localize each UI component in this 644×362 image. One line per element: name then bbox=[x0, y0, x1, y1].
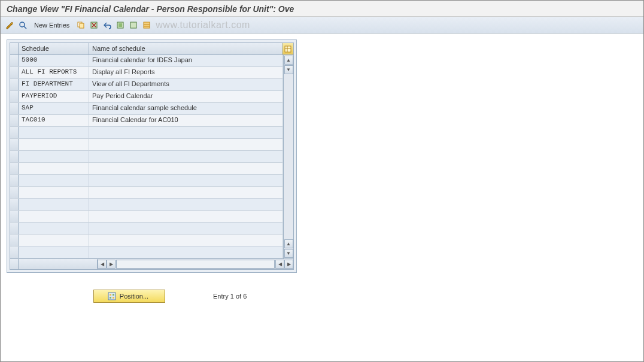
row-selector[interactable] bbox=[10, 91, 19, 102]
cell-name[interactable] bbox=[89, 139, 283, 150]
toggle-change-icon[interactable] bbox=[4, 20, 15, 31]
cell-schedule[interactable] bbox=[19, 139, 89, 150]
table-row: FI DEPARTMENTView of all FI Departments bbox=[10, 79, 283, 91]
table-row: 5000Financial calendar for IDES Japan bbox=[10, 55, 283, 67]
select-all-icon[interactable] bbox=[115, 20, 126, 31]
table-row bbox=[10, 127, 283, 139]
cell-name[interactable] bbox=[89, 223, 283, 234]
row-selector[interactable] bbox=[10, 163, 19, 174]
scroll-down-step-icon[interactable]: ▼ bbox=[284, 65, 293, 74]
scroll-left-icon[interactable]: ◀ bbox=[98, 260, 107, 269]
cell-schedule[interactable] bbox=[19, 223, 89, 234]
table-row bbox=[10, 199, 283, 211]
table-row bbox=[10, 247, 283, 258]
cell-schedule[interactable] bbox=[19, 199, 89, 210]
table-row: ALL FI REPORTSDisplay all FI Reports bbox=[10, 67, 283, 79]
cell-name[interactable]: Display all FI Reports bbox=[89, 67, 283, 78]
cell-schedule[interactable] bbox=[19, 235, 89, 246]
watermark-text: www.tutorialkart.com bbox=[156, 20, 250, 31]
cell-schedule[interactable] bbox=[19, 163, 89, 174]
cell-schedule[interactable] bbox=[19, 127, 89, 138]
cell-name[interactable] bbox=[89, 127, 283, 138]
column-config-icon[interactable] bbox=[282, 43, 293, 54]
table-row bbox=[10, 223, 283, 235]
undo-icon[interactable] bbox=[102, 20, 113, 31]
configure-icon[interactable] bbox=[141, 20, 152, 31]
svg-rect-8 bbox=[119, 23, 122, 27]
cell-schedule[interactable] bbox=[19, 211, 89, 222]
row-selector[interactable] bbox=[10, 67, 19, 78]
svg-rect-20 bbox=[113, 297, 114, 299]
application-toolbar: New Entries www.tutorialkart.com bbox=[1, 17, 643, 34]
row-selector[interactable] bbox=[10, 103, 19, 114]
cell-name[interactable] bbox=[89, 247, 283, 258]
row-selector[interactable] bbox=[10, 223, 19, 234]
details-icon[interactable] bbox=[17, 20, 28, 31]
row-selector[interactable] bbox=[10, 127, 19, 138]
scroll-left-step-icon[interactable]: ◀ bbox=[275, 260, 284, 269]
cell-name[interactable]: Financial calendar for IDES Japan bbox=[89, 55, 283, 66]
row-selector[interactable] bbox=[10, 55, 19, 66]
cell-name[interactable]: Financial calendar sample schedule bbox=[89, 103, 283, 114]
svg-point-0 bbox=[20, 22, 25, 27]
new-entries-button[interactable]: New Entries bbox=[31, 19, 73, 31]
scroll-down-icon[interactable]: ▼ bbox=[284, 249, 293, 258]
table-row bbox=[10, 175, 283, 187]
cell-name[interactable]: Pay Period Calendar bbox=[89, 91, 283, 102]
copy-icon[interactable] bbox=[75, 20, 86, 31]
cell-schedule[interactable]: 5000 bbox=[19, 55, 89, 66]
row-selector[interactable] bbox=[10, 151, 19, 162]
cell-name[interactable] bbox=[89, 235, 283, 246]
cell-name[interactable] bbox=[89, 151, 283, 162]
cell-name[interactable] bbox=[89, 199, 283, 210]
table-row: SAPFinancial calendar sample schedule bbox=[10, 103, 283, 115]
header-corner[interactable] bbox=[10, 43, 19, 54]
cell-schedule[interactable] bbox=[19, 151, 89, 162]
svg-rect-18 bbox=[113, 294, 114, 296]
row-selector[interactable] bbox=[10, 211, 19, 222]
cell-schedule[interactable]: PAYPERIOD bbox=[19, 91, 89, 102]
cell-schedule[interactable] bbox=[19, 187, 89, 198]
cell-name[interactable]: View of all FI Departments bbox=[89, 79, 283, 90]
scroll-right-icon[interactable]: ▶ bbox=[284, 260, 293, 269]
cell-name[interactable]: Financial Calendar for AC010 bbox=[89, 115, 283, 126]
svg-rect-17 bbox=[110, 294, 111, 296]
row-selector[interactable] bbox=[10, 79, 19, 90]
cell-schedule[interactable]: ALL FI REPORTS bbox=[19, 67, 89, 78]
cell-name[interactable] bbox=[89, 187, 283, 198]
cell-schedule[interactable]: TAC010 bbox=[19, 115, 89, 126]
svg-rect-16 bbox=[108, 293, 116, 300]
position-button-label: Position... bbox=[120, 293, 148, 300]
cell-name[interactable] bbox=[89, 163, 283, 174]
row-selector[interactable] bbox=[10, 235, 19, 246]
row-selector[interactable] bbox=[10, 175, 19, 186]
cell-schedule[interactable]: SAP bbox=[19, 103, 89, 114]
table-row bbox=[10, 163, 283, 175]
row-selector[interactable] bbox=[10, 199, 19, 210]
position-button[interactable]: Position... bbox=[93, 290, 165, 303]
scroll-up-step-icon[interactable]: ▲ bbox=[284, 239, 293, 248]
cell-name[interactable] bbox=[89, 175, 283, 186]
cell-name[interactable] bbox=[89, 211, 283, 222]
svg-rect-13 bbox=[285, 46, 291, 52]
scroll-up-icon[interactable]: ▲ bbox=[284, 56, 293, 65]
cell-schedule[interactable] bbox=[19, 175, 89, 186]
cell-schedule[interactable] bbox=[19, 247, 89, 258]
cell-schedule[interactable]: FI DEPARTMENT bbox=[19, 79, 89, 90]
row-selector[interactable] bbox=[10, 115, 19, 126]
row-selector[interactable] bbox=[10, 187, 19, 198]
table-row bbox=[10, 151, 283, 163]
horizontal-scroll-track[interactable] bbox=[116, 260, 275, 269]
row-selector[interactable] bbox=[10, 247, 19, 258]
horizontal-scrollbar[interactable]: ◀ ▶ ◀ ▶ bbox=[10, 258, 293, 269]
column-header-name[interactable]: Name of schedule bbox=[89, 43, 282, 54]
vertical-scrollbar[interactable]: ▲ ▼ ▲ ▼ bbox=[283, 55, 293, 258]
column-header-schedule[interactable]: Schedule bbox=[19, 43, 89, 54]
delete-icon[interactable] bbox=[89, 20, 99, 31]
deselect-all-icon[interactable] bbox=[128, 20, 139, 31]
scroll-right-step-icon[interactable]: ▶ bbox=[107, 260, 116, 269]
row-selector[interactable] bbox=[10, 139, 19, 150]
svg-rect-9 bbox=[130, 22, 136, 28]
table-row bbox=[10, 235, 283, 247]
table-row: TAC010Financial Calendar for AC010 bbox=[10, 115, 283, 127]
